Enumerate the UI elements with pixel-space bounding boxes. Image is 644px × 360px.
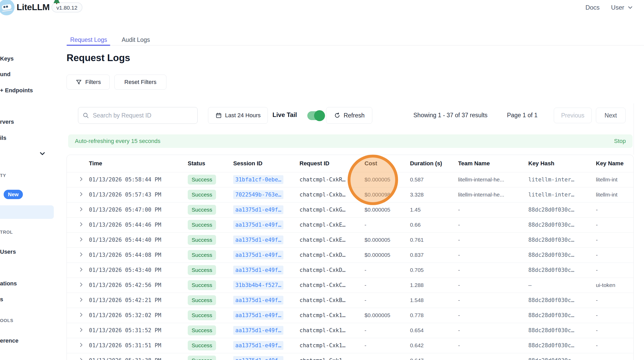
cell-session-id[interactable]: aa1375d1-e49f… (233, 353, 300, 360)
table-row[interactable]: 01/13/2026 05:44:46 PM Success aa1375d1-… (67, 217, 634, 232)
expand-row-chevron-icon[interactable] (67, 187, 89, 202)
status-badge: Success (188, 356, 216, 360)
table-row[interactable]: 01/13/2026 05:44:40 PM Success aa1375d1-… (67, 232, 634, 247)
cell-request-id: chatcmpl-Cxkb… (300, 187, 365, 202)
table-row[interactable]: 01/13/2026 05:47:00 PM Success aa1375d1-… (67, 202, 634, 217)
expand-row-chevron-icon[interactable] (67, 323, 89, 338)
session-id-link[interactable]: aa1375d1-e49f… (233, 235, 283, 244)
sidebar-item-keys[interactable]: Keys (0, 55, 14, 62)
auto-refresh-text: Auto-refreshing every 15 seconds (75, 138, 160, 145)
session-id-link[interactable]: aa1375d1-e49f… (233, 296, 283, 305)
cell-session-id[interactable]: aa1375d1-e49f… (233, 217, 300, 232)
cell-team-name: - (458, 308, 528, 323)
expand-row-chevron-icon[interactable] (67, 338, 89, 353)
sidebar-item-teams[interactable]: s (0, 296, 3, 303)
cell-key-name: - (596, 232, 634, 247)
table-row[interactable]: 01/13/2026 05:31:51 PM Success aa1375d1-… (67, 338, 634, 353)
cell-key-name: litellm-int (596, 187, 634, 202)
cell-time: 01/13/2026 05:43:40 PM (89, 263, 188, 278)
sidebar-item-api-reference[interactable]: erence (0, 337, 18, 344)
expand-row-chevron-icon[interactable] (67, 247, 89, 263)
session-id-link[interactable]: aa1375d1-e49f… (233, 341, 283, 350)
table-row[interactable]: 01/13/2026 05:57:43 PM Success 7022549b-… (67, 187, 634, 202)
cell-session-id[interactable]: aa1375d1-e49f… (233, 323, 300, 338)
cell-session-id[interactable]: 31bfa1cf-0ebe… (233, 172, 300, 187)
sidebar-item-models-endpoints[interactable]: + Endpoints (0, 87, 33, 94)
cell-session-id[interactable]: aa1375d1-e49f… (233, 338, 300, 353)
cell-session-id[interactable]: 31b3b4b4-f527… (233, 278, 300, 293)
expand-row-chevron-icon[interactable] (67, 217, 89, 232)
cell-session-id[interactable]: aa1375d1-e49f… (233, 293, 300, 308)
cell-session-id[interactable]: aa1375d1-e49f… (233, 247, 300, 263)
sidebar-item-servers[interactable]: rvers (0, 119, 14, 125)
expand-row-chevron-icon[interactable] (67, 278, 89, 293)
user-menu[interactable]: User (611, 4, 634, 11)
tab-audit-logs[interactable]: Audit Logs (122, 36, 150, 43)
table-row[interactable]: 01/13/2026 05:44:08 PM Success aa1375d1-… (67, 247, 634, 263)
cell-session-id[interactable]: 7022549b-763e… (233, 187, 300, 202)
expand-row-chevron-icon[interactable] (67, 172, 89, 187)
cell-session-id[interactable]: aa1375d1-e49f… (233, 232, 300, 247)
col-time: Time (89, 155, 188, 172)
sidebar-item-playground[interactable]: und (0, 71, 10, 78)
docs-link[interactable]: Docs (586, 4, 600, 11)
search-input[interactable] (93, 112, 193, 119)
next-page-button[interactable]: Next (596, 108, 626, 123)
session-id-link[interactable]: aa1375d1-e49f… (233, 326, 283, 335)
cell-duration: 0.654 (410, 323, 458, 338)
cell-time: 01/13/2026 05:57:43 PM (89, 187, 188, 202)
table-row[interactable]: 01/13/2026 05:43:40 PM Success aa1375d1-… (67, 263, 634, 278)
session-id-link[interactable]: aa1375d1-e49f… (233, 251, 283, 259)
previous-page-button[interactable]: Previous (554, 108, 592, 123)
sidebar-collapse-chevron-icon[interactable] (38, 150, 46, 159)
cell-key-name: - (596, 293, 634, 308)
stop-auto-refresh-link[interactable]: Stop (614, 138, 626, 145)
cell-request-id: chatcmpl-CxkB… (300, 293, 365, 308)
expand-row-chevron-icon[interactable] (67, 308, 89, 323)
cell-request-id: chatcmpl-CxkE… (300, 232, 365, 247)
refresh-button[interactable]: Refresh (326, 107, 372, 124)
cell-key-name: - (596, 353, 634, 360)
cell-session-id[interactable]: aa1375d1-e49f… (233, 202, 300, 217)
table-row[interactable]: 01/13/2026 05:32:02 PM Success aa1375d1-… (67, 308, 634, 323)
sidebar-item-guardrails[interactable]: ils (0, 135, 6, 141)
cell-status: Success (188, 232, 233, 247)
filters-button[interactable]: Filters (67, 75, 110, 90)
cell-status: Success (188, 308, 233, 323)
cell-key-hash: 88dc28d0f030c… (528, 247, 596, 263)
table-row[interactable]: 01/13/2026 05:42:56 PM Success 31b3b4b4-… (67, 278, 634, 293)
expand-row-chevron-icon[interactable] (67, 293, 89, 308)
session-id-link[interactable]: aa1375d1-e49f… (233, 220, 283, 229)
sidebar-item-organizations[interactable]: ations (0, 280, 17, 287)
request-id-search[interactable] (78, 107, 198, 124)
table-row[interactable]: 01/13/2026 05:31:52 PM Success aa1375d1-… (67, 323, 634, 338)
session-id-link[interactable]: 7022549b-763e… (233, 190, 283, 199)
content-right-border (634, 103, 634, 155)
sidebar-item-logs-active[interactable] (0, 205, 54, 219)
session-id-link[interactable]: aa1375d1-e49f… (233, 205, 283, 214)
session-id-link[interactable]: 31b3b4b4-f527… (233, 281, 283, 290)
session-id-link[interactable]: 31bfa1cf-0ebe… (233, 175, 283, 184)
reset-filters-button[interactable]: Reset Filters (114, 75, 166, 90)
cell-key-name: - (596, 338, 634, 353)
table-row[interactable]: 01/13/2026 05:58:44 PM Success 31bfa1cf-… (67, 172, 634, 187)
status-badge: Success (188, 220, 216, 230)
session-id-link[interactable]: aa1375d1-e49f… (233, 266, 283, 274)
expand-row-chevron-icon[interactable] (67, 232, 89, 247)
cell-session-id[interactable]: aa1375d1-e49f… (233, 308, 300, 323)
sidebar-item-users[interactable]: Users (0, 248, 16, 255)
table-row[interactable]: 01/13/2026 05:31:38 PM Success aa1375d1-… (67, 353, 634, 360)
session-id-link[interactable]: aa1375d1-e49f… (233, 311, 283, 320)
session-id-link[interactable]: aa1375d1-e49f… (233, 356, 283, 360)
expand-row-chevron-icon[interactable] (67, 202, 89, 217)
table-row[interactable]: 01/13/2026 05:42:21 PM Success aa1375d1-… (67, 293, 634, 308)
request-logs-table: Time Status Session ID Request ID Cost D… (67, 155, 634, 360)
expand-row-chevron-icon[interactable] (67, 353, 89, 360)
cell-key-hash: 88dc28d0f030c… (528, 338, 596, 353)
expand-row-chevron-icon[interactable] (67, 263, 89, 278)
tab-request-logs[interactable]: Request Logs (70, 36, 107, 43)
live-tail-toggle[interactable] (307, 111, 324, 120)
date-range-button[interactable]: Last 24 Hours (208, 107, 268, 124)
cell-session-id[interactable]: aa1375d1-e49f… (233, 263, 300, 278)
cell-time: 01/13/2026 05:31:52 PM (89, 323, 188, 338)
